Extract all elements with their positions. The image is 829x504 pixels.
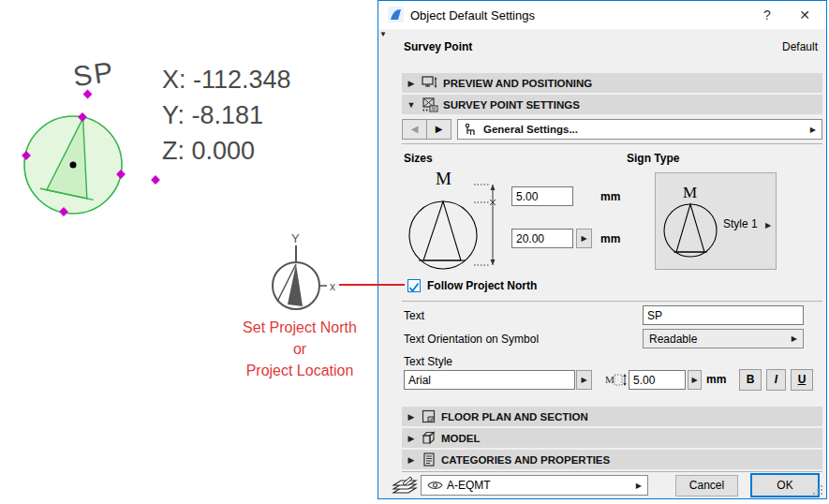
text-height-input[interactable]	[511, 186, 573, 206]
annotation-line: Project Location	[215, 360, 384, 381]
coord-z: Z: 0.000	[162, 133, 291, 169]
sizes-label: Sizes	[404, 152, 433, 165]
cancel-button[interactable]: Cancel	[675, 475, 738, 497]
sp-symbol-label: SP	[71, 55, 116, 92]
section-label: MODEL	[441, 433, 481, 444]
follow-north-checkbox[interactable]	[407, 279, 421, 292]
project-north-symbol: Y x	[258, 228, 351, 317]
font-size-input[interactable]	[629, 370, 686, 390]
unit-label: mm	[600, 232, 620, 245]
section-model[interactable]: ▶ MODEL	[402, 428, 822, 448]
popup-arrow-icon: ▶	[765, 221, 772, 230]
unit-label: mm	[706, 373, 726, 386]
marker-letter: M	[683, 184, 697, 201]
text-label: Text	[404, 309, 424, 322]
orientation-value: Readable	[649, 333, 792, 346]
app-icon	[388, 7, 404, 22]
survey-point-symbol: SP	[9, 37, 183, 225]
default-label: Default	[782, 40, 818, 53]
coord-x: X: -112.348	[162, 62, 291, 97]
divider	[402, 301, 822, 302]
annotation-line: or	[215, 338, 384, 360]
chevron-right-icon: ▶	[406, 412, 417, 422]
text-height-icon: M	[605, 372, 628, 389]
general-settings-label: General Settings...	[483, 124, 805, 135]
collapse-arrow-icon[interactable]: ▼	[379, 30, 387, 38]
section-label: FLOOR PLAN AND SECTION	[441, 411, 588, 422]
divider	[402, 471, 822, 472]
underline-button[interactable]: U	[791, 369, 813, 391]
marker-letter: M	[605, 374, 614, 385]
nav-back-button[interactable]: ◀	[402, 119, 427, 140]
ok-button[interactable]: OK	[750, 473, 820, 497]
layers-icon	[392, 473, 420, 497]
layer-dropdown[interactable]: A-EQMT ▶	[421, 475, 648, 496]
text-style-label: Text Style	[404, 355, 452, 368]
font-name-input[interactable]	[404, 370, 575, 390]
layer-name: A-EQMT	[447, 479, 636, 492]
chair-icon	[464, 123, 478, 137]
section-label: PREVIEW AND POSITIONING	[443, 78, 592, 89]
sign-type-label: Sign Type	[627, 152, 679, 165]
general-settings-selector[interactable]: General Settings... ▶	[457, 119, 822, 140]
bold-button[interactable]: B	[739, 369, 762, 391]
north-needle	[288, 264, 303, 306]
popup-arrow-icon: ▶	[792, 334, 797, 343]
chevron-right-icon: ▶	[406, 455, 417, 465]
eye-icon	[427, 480, 443, 491]
section-label: CATEGORIES AND PROPERTIES	[441, 454, 610, 466]
annotation-text: Set Project North or Project Location	[215, 317, 384, 381]
font-popup-button[interactable]: ▶	[576, 370, 592, 390]
nav-forward-button[interactable]: ▶	[426, 119, 452, 140]
subject-title: Survey Point	[404, 40, 472, 53]
follow-north-label: Follow Project North	[427, 279, 537, 292]
screenshot-stage: SP X: -112.348 Y: -8.181 Z: 0.000 Y x Se…	[0, 0, 829, 504]
marker-letter: M	[436, 169, 452, 188]
annotation-line: Set Project North	[215, 317, 384, 338]
properties-list-icon	[422, 452, 437, 467]
divider	[402, 143, 822, 144]
resize-grip[interactable]	[813, 485, 823, 496]
floor-plan-icon	[422, 409, 437, 423]
popup-arrow-icon: ▶	[810, 126, 816, 134]
title-bar[interactable]: Object Default Settings ? ✕	[378, 1, 826, 29]
section-floor-plan-and-section[interactable]: ▶ FLOOR PLAN AND SECTION	[402, 407, 822, 426]
unit-label: mm	[600, 190, 620, 203]
survey-point-settings-icon	[422, 97, 438, 112]
section-survey-point-settings[interactable]: ▼ SURVEY POINT SETTINGS	[402, 95, 822, 114]
section-label: SURVEY POINT SETTINGS	[443, 99, 580, 111]
chevron-down-icon: ▼	[406, 100, 417, 110]
chevron-right-icon: ▶	[406, 79, 417, 88]
symbol-size-popup-button[interactable]: ▶	[576, 229, 592, 248]
coordinate-readout: X: -112.348 Y: -8.181 Z: 0.000	[162, 62, 291, 169]
sign-type-preview: M Style 1 ▶	[656, 173, 776, 269]
text-value-input[interactable]	[643, 305, 804, 325]
help-button[interactable]: ?	[755, 6, 779, 24]
popup-arrow-icon: ▶	[636, 482, 642, 490]
font-size-popup-button[interactable]: ▶	[688, 370, 702, 390]
orientation-dropdown[interactable]: Readable ▶	[643, 329, 804, 348]
section-categories-and-properties[interactable]: ▶ CATEGORIES AND PROPERTIES	[402, 450, 822, 469]
model-cube-icon	[422, 431, 437, 445]
sign-type-selector[interactable]: M Style 1 ▶	[655, 172, 777, 270]
window-title: Object Default Settings	[410, 8, 535, 22]
dimension-indicator	[472, 177, 500, 271]
style-name: Style 1	[723, 217, 758, 230]
symbol-size-input[interactable]	[511, 229, 573, 248]
chevron-right-icon: ▶	[406, 434, 417, 443]
coord-y: Y: -8.181	[162, 97, 291, 133]
x-axis-label: x	[330, 280, 335, 293]
survey-center-dot	[70, 162, 77, 169]
section-preview-and-positioning[interactable]: ▶ PREVIEW AND POSITIONING	[402, 73, 822, 93]
y-axis-label: Y	[291, 231, 300, 245]
checkmark-icon	[408, 282, 420, 293]
preview-positioning-icon	[422, 76, 438, 90]
italic-button[interactable]: I	[766, 369, 786, 391]
orientation-label: Text Orientation on Symbol	[404, 333, 539, 346]
object-default-settings-dialog: Object Default Settings ? ✕ ▼ Survey Poi…	[377, 0, 827, 499]
close-button[interactable]: ✕	[792, 6, 817, 24]
